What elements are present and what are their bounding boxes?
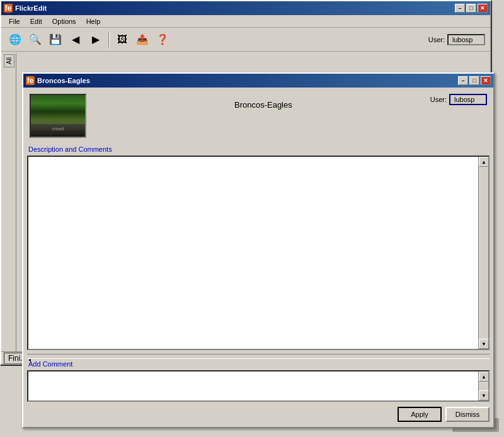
sidebar-panel: All <box>3 53 16 363</box>
comment-textarea[interactable] <box>28 372 478 400</box>
inner-minimize-button[interactable]: – <box>458 76 468 85</box>
main-minimize-button[interactable]: – <box>455 4 465 13</box>
comment-scroll-up-btn[interactable]: ▲ <box>479 372 489 382</box>
photo-user-value: lubosp <box>449 94 487 105</box>
toolbar: 🌐 🔍 💾 ◀ ▶ 🖼 📤 ❓ User: lubosp <box>1 28 490 52</box>
toolbar-separator <box>108 32 110 47</box>
photo-title-area: Broncos-Eagles <box>96 94 430 110</box>
main-close-button[interactable]: ✕ <box>478 4 488 13</box>
description-scrollbar[interactable]: ▲ ▼ <box>478 157 488 349</box>
comment-scrollbar[interactable]: ▲ ▼ <box>478 372 488 400</box>
description-section: Description and Comments ▲ ▼ <box>27 145 490 350</box>
divider-bar[interactable]: ◂ <box>27 354 490 359</box>
dismiss-button[interactable]: Dismiss <box>445 407 490 422</box>
menu-edit[interactable]: Edit <box>25 16 47 26</box>
comment-scroll-track <box>479 382 488 390</box>
upload-button[interactable]: 📤 <box>134 31 151 48</box>
photo-user-area: User: lubosp <box>430 94 487 105</box>
main-window-controls: – □ ✕ <box>455 4 488 13</box>
comment-scroll-down-btn[interactable]: ▼ <box>479 390 489 400</box>
globe-button[interactable]: 🌐 <box>6 31 24 48</box>
description-textarea[interactable] <box>28 157 478 349</box>
main-title-bar: fe FlickrEdit – □ ✕ <box>1 1 490 15</box>
help-button[interactable]: ❓ <box>154 31 171 48</box>
photo-user-label: User: <box>430 96 447 103</box>
inner-body: crowd Broncos-Eagles User: lubosp Descri… <box>23 88 493 427</box>
toolbar-user-area: User: lubosp <box>428 34 485 45</box>
inner-title-bar: fe Broncos-Eagles – □ ✕ <box>23 74 493 88</box>
toolbar-user-value: lubosp <box>447 34 485 45</box>
menu-help[interactable]: Help <box>81 16 106 26</box>
photo-button[interactable]: 🖼 <box>113 31 131 48</box>
photo-header: crowd Broncos-Eagles User: lubosp <box>27 91 490 140</box>
inner-close-button[interactable]: ✕ <box>481 76 491 85</box>
inner-window-title: Broncos-Eagles <box>37 77 458 84</box>
main-window-title: FlickrEdit <box>15 4 455 12</box>
app-icon: fe <box>4 4 13 13</box>
forward-button[interactable]: ▶ <box>87 31 105 48</box>
inner-app-icon: fe <box>26 76 35 85</box>
comment-label: Add Comment <box>27 360 490 368</box>
back-button[interactable]: ◀ <box>67 31 84 48</box>
inner-window: fe Broncos-Eagles – □ ✕ crowd Broncos-Ea… <box>22 72 495 428</box>
main-maximize-button[interactable]: □ <box>466 4 476 13</box>
menu-file[interactable]: File <box>4 16 25 26</box>
scroll-down-btn[interactable]: ▼ <box>479 339 489 349</box>
comment-section: Add Comment ▲ ▼ <box>27 360 490 402</box>
search-button[interactable]: 🔍 <box>26 31 44 48</box>
inner-maximize-button[interactable]: □ <box>469 76 479 85</box>
description-label: Description and Comments <box>27 145 490 153</box>
save-button[interactable]: 💾 <box>47 31 64 48</box>
description-box-wrapper: ▲ ▼ <box>27 156 490 350</box>
scroll-track <box>479 167 488 339</box>
photo-name: Broncos-Eagles <box>234 100 292 110</box>
menu-bar: File Edit Options Help <box>1 15 490 28</box>
comment-box-wrapper: ▲ ▼ <box>27 370 490 402</box>
inner-window-controls: – □ ✕ <box>458 76 491 85</box>
photo-thumbnail: crowd <box>30 94 86 138</box>
toolbar-user-label: User: <box>428 36 445 43</box>
sidebar-tab-all[interactable]: All <box>4 54 14 67</box>
button-row: Apply Dismiss <box>27 404 490 423</box>
apply-button[interactable]: Apply <box>398 407 442 422</box>
scroll-up-btn[interactable]: ▲ <box>479 157 489 167</box>
menu-options[interactable]: Options <box>47 16 81 26</box>
